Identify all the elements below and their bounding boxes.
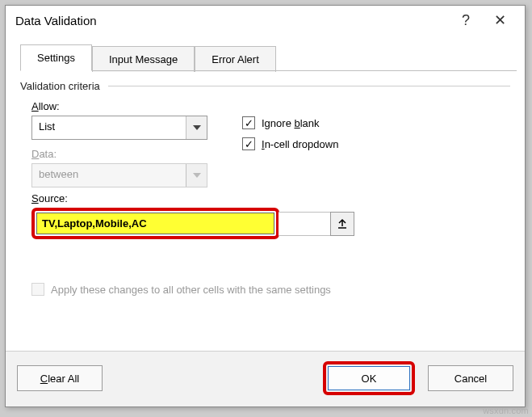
allow-combo-value: List <box>32 116 186 139</box>
allow-combo[interactable]: List <box>31 116 207 140</box>
help-button[interactable]: ? <box>449 11 483 30</box>
tab-error-alert[interactable]: Error Alert <box>195 46 276 72</box>
chevron-down-icon <box>193 125 201 130</box>
tab-underline <box>20 70 517 71</box>
allow-combo-drop[interactable] <box>186 116 207 139</box>
data-label-rest: ata: <box>39 148 57 160</box>
apply-changes-checkbox: Apply these changes to all other cells w… <box>31 283 510 296</box>
data-label-accel: D <box>31 148 39 160</box>
dialog-body: Validation criteria Allow: List Data: <box>6 72 525 351</box>
checkbox-checked-icon: ✓ <box>242 137 255 150</box>
allow-label-accel: A <box>31 100 39 112</box>
close-button[interactable]: ✕ <box>483 11 517 30</box>
allow-label: Allow: <box>31 100 229 112</box>
clear-all-button[interactable]: Clear All <box>17 365 103 391</box>
allow-label-rest: llow: <box>39 100 60 112</box>
source-highlight-box <box>31 208 279 239</box>
apply-changes-label: Apply these changes to all other cells w… <box>51 284 331 296</box>
source-label-accel: S <box>31 192 39 204</box>
source-label: Source: <box>31 192 510 204</box>
checkbox-unchecked-icon <box>31 283 44 296</box>
titlebar: Data Validation ? ✕ <box>6 6 525 33</box>
data-combo-drop <box>186 164 207 187</box>
ok-button-highlight: OK <box>323 361 415 395</box>
cancel-button[interactable]: Cancel <box>428 365 513 391</box>
chevron-down-icon <box>193 173 201 178</box>
data-validation-dialog: Data Validation ? ✕ Settings Input Messa… <box>5 5 526 407</box>
data-combo: between <box>31 163 207 187</box>
incell-dropdown-label: In-cell dropdown <box>262 138 338 150</box>
data-label: Data: <box>31 148 229 160</box>
dialog-footer: Clear All OK Cancel <box>6 351 525 406</box>
range-picker-button[interactable] <box>330 212 354 236</box>
source-input[interactable] <box>36 213 274 234</box>
source-field-extension <box>279 212 330 236</box>
checkbox-checked-icon: ✓ <box>242 116 255 129</box>
ignore-blank-label: Ignore blank <box>262 117 320 129</box>
legend-text: Validation criteria <box>20 80 100 92</box>
tab-strip: Settings Input Message Error Alert <box>6 44 525 71</box>
watermark: wsxdn.com <box>483 406 529 415</box>
ignore-blank-checkbox[interactable]: ✓ Ignore blank <box>242 116 338 129</box>
dialog-title: Data Validation <box>15 14 449 27</box>
tab-settings[interactable]: Settings <box>20 44 92 71</box>
incell-dropdown-checkbox[interactable]: ✓ In-cell dropdown <box>242 137 338 150</box>
source-label-rest: ource: <box>39 192 68 204</box>
ok-button[interactable]: OK <box>328 366 410 390</box>
validation-criteria-legend: Validation criteria <box>20 80 510 92</box>
tab-input-message[interactable]: Input Message <box>92 46 195 72</box>
data-combo-value: between <box>32 164 186 187</box>
legend-rule <box>108 86 510 86</box>
collapse-dialog-icon <box>337 218 348 230</box>
